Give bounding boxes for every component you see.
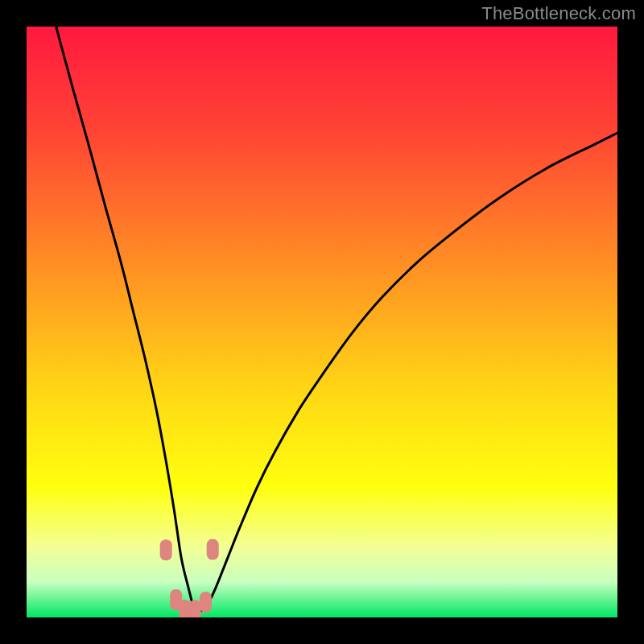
watermark-text: TheBottleneck.com: [481, 3, 636, 24]
plot-area: [27, 27, 617, 617]
curve-layer: [27, 27, 617, 617]
curve-markers: [160, 539, 219, 617]
curve-marker: [207, 539, 219, 560]
chart-frame: TheBottleneck.com: [0, 0, 644, 644]
curve-marker: [200, 592, 212, 613]
curve-marker: [189, 600, 201, 617]
curve-marker: [160, 539, 172, 560]
bottleneck-curve: [56, 27, 617, 612]
